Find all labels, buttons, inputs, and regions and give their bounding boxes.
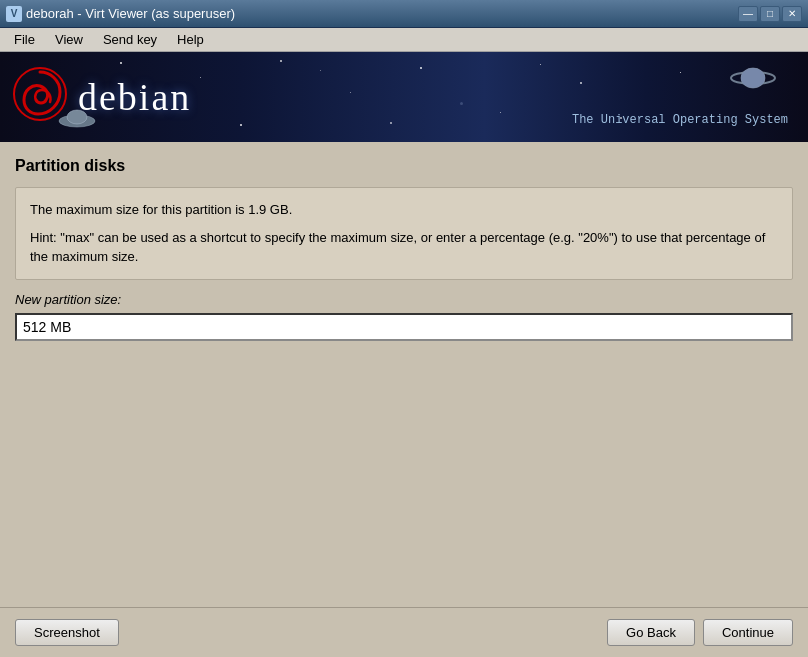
menu-view[interactable]: View — [45, 30, 93, 49]
debian-tagline: The Universal Operating System — [572, 113, 788, 127]
svg-point-5 — [67, 110, 87, 124]
titlebar: V deborah - Virt Viewer (as superuser) —… — [0, 0, 808, 28]
app-icon: V — [6, 6, 22, 22]
minimize-button[interactable]: — — [738, 6, 758, 22]
bottom-bar: Screenshot Go Back Continue — [0, 607, 808, 657]
titlebar-title: deborah - Virt Viewer (as superuser) — [26, 6, 235, 21]
go-back-button[interactable]: Go Back — [607, 619, 695, 646]
info-box: The maximum size for this partition is 1… — [15, 187, 793, 280]
svg-point-3 — [741, 68, 765, 88]
ufo-icon — [55, 105, 100, 134]
max-size-text: The maximum size for this partition is 1… — [30, 200, 778, 220]
titlebar-controls: — □ ✕ — [738, 6, 802, 22]
menu-sendkey[interactable]: Send key — [93, 30, 167, 49]
continue-button[interactable]: Continue — [703, 619, 793, 646]
debian-banner: debian The Universal Operating System — [0, 52, 808, 142]
hint-text: Hint: "max" can be used as a shortcut to… — [30, 228, 778, 267]
partition-size-input[interactable] — [15, 313, 793, 341]
menubar: File View Send key Help — [0, 28, 808, 52]
main-content: Partition disks The maximum size for thi… — [0, 142, 808, 607]
page-title: Partition disks — [15, 157, 793, 175]
menu-help[interactable]: Help — [167, 30, 214, 49]
maximize-button[interactable]: □ — [760, 6, 780, 22]
screenshot-button[interactable]: Screenshot — [15, 619, 119, 646]
close-button[interactable]: ✕ — [782, 6, 802, 22]
titlebar-left: V deborah - Virt Viewer (as superuser) — [6, 6, 235, 22]
navigation-buttons: Go Back Continue — [607, 619, 793, 646]
saturn-icon — [728, 60, 778, 99]
menu-file[interactable]: File — [4, 30, 45, 49]
field-label: New partition size: — [15, 292, 793, 307]
